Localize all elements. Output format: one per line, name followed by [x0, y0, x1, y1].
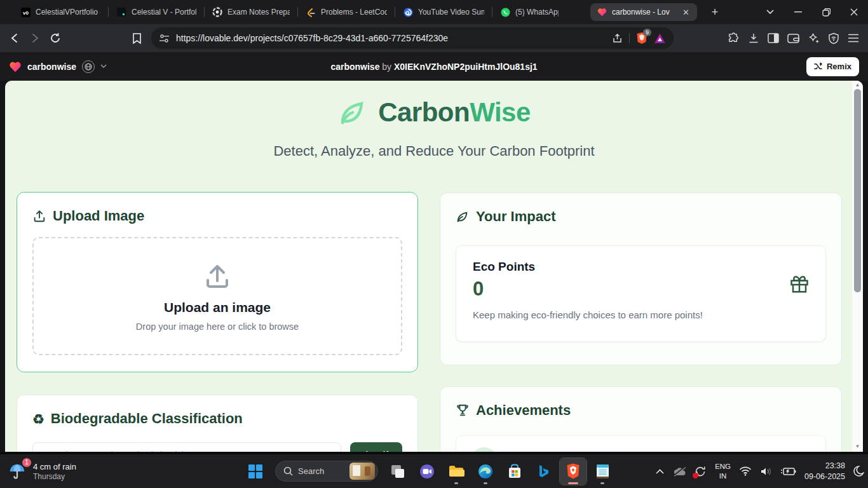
brave-browser-button[interactable] [560, 458, 587, 485]
wallet-icon[interactable] [787, 33, 799, 43]
language-line1: ENG [715, 462, 731, 471]
start-button[interactable] [242, 458, 269, 485]
hero-section: CarbonWise Detect, Analyze, and Reduce Y… [5, 81, 863, 159]
clock[interactable]: 23:38 09-06-2025 [804, 461, 845, 482]
weather-alert-badge: 1 [22, 458, 32, 468]
onedrive-icon[interactable] [672, 466, 686, 477]
project-title-name: carbonwise [330, 62, 379, 72]
tab-label: CelestialVPortfolio – [36, 8, 100, 17]
downloads-icon[interactable] [748, 32, 759, 44]
bing-button[interactable] [531, 458, 557, 485]
leo-ai-icon[interactable] [808, 32, 820, 44]
vpn-shield-icon[interactable] [828, 32, 839, 44]
hidden-icons-chevron[interactable] [656, 469, 664, 474]
project-name: carbonwise [27, 62, 76, 72]
app-logo: CarbonWise [337, 97, 531, 128]
tab-carbonwise-active[interactable]: carbonwise - Lov ✕ [590, 3, 697, 21]
gift-icon [790, 275, 809, 294]
eco-points-label: Eco Points [473, 260, 809, 274]
classification-card-title: Biodegradable Classification [51, 410, 243, 427]
maximize-button[interactable] [812, 0, 840, 24]
tab-label: Celestial V - Portfolio [132, 8, 196, 17]
taskbar-center: Search [242, 454, 616, 488]
lovable-heart-icon [9, 61, 22, 72]
edge-button[interactable] [472, 458, 499, 485]
notepad-button[interactable] [589, 458, 616, 485]
language-line2: IN [715, 471, 731, 481]
url-bar[interactable]: https://lovable.dev/projects/c07657fb-8c… [151, 27, 674, 49]
minimize-button[interactable] [784, 0, 812, 24]
chat-button[interactable] [414, 458, 440, 485]
reload-button[interactable] [47, 29, 64, 47]
achievements-card-header: Achievements [456, 402, 826, 419]
page-scrollbar[interactable]: ▲ ▼ [852, 81, 863, 452]
impact-card-header: Your Impact [456, 208, 826, 225]
tab-celestial-portfolio[interactable]: Celestial V - Portfolio [110, 3, 203, 21]
tab-celestialv-v0[interactable]: v0 CelestialVPortfolio – [14, 3, 107, 21]
upload-card-title: Upload Image [53, 208, 144, 224]
upload-card-header: Upload Image [32, 208, 402, 224]
battery-plug-icon[interactable] [781, 467, 796, 476]
sync-update-icon[interactable] [695, 466, 707, 477]
search-icon [283, 466, 293, 476]
brave-rewards-icon[interactable] [654, 33, 666, 44]
browser-toolbar-icons [728, 32, 862, 44]
lovable-project-bar: carbonwise by X0IEKnVZhoNP2puiHtmJlOu81s… [0, 52, 868, 81]
tab-separator [492, 7, 492, 17]
item-name-input[interactable] [32, 442, 341, 452]
image-dropzone[interactable]: Upload an image Drop your image here or … [32, 237, 402, 355]
scrollbar-down-arrow[interactable]: ▼ [852, 442, 863, 451]
achievements-card-title: Achievements [476, 402, 571, 419]
shield-badge: 9 [643, 29, 651, 36]
divider [629, 33, 630, 43]
url-text[interactable]: https://lovable.dev/projects/c07657fb-8c… [176, 33, 612, 43]
bookmark-icon[interactable] [128, 29, 145, 47]
taskbar-search[interactable]: Search [275, 461, 378, 482]
tab-search-chevron-icon[interactable] [756, 0, 784, 24]
brave-shield-icon[interactable]: 9 [636, 32, 648, 44]
share-icon[interactable] [612, 33, 623, 44]
tab-youtube-summary[interactable]: YouTube Video Summ [397, 3, 491, 21]
achievement-item: Carbon Conscious [456, 435, 826, 452]
tab-close-icon[interactable]: ✕ [681, 8, 691, 17]
remix-button[interactable]: Remix [806, 57, 859, 76]
tab-label: Exam Notes Preparat [227, 8, 290, 17]
weather-widget[interactable]: 1 4 cm of rain Thursday [8, 462, 76, 481]
volume-icon[interactable] [760, 466, 773, 477]
tab-whatsapp[interactable]: (5) WhatsApp [494, 3, 565, 21]
biodegradable-classification-card: ♻ Biodegradable Classification Classify [17, 395, 418, 452]
file-explorer-button[interactable] [443, 458, 470, 485]
tab-leetcode[interactable]: Problems - LeetCode [299, 3, 393, 21]
globe-icon[interactable] [82, 60, 95, 73]
task-view-button[interactable] [384, 458, 411, 485]
wifi-icon[interactable] [739, 466, 752, 476]
weather-line1: 4 cm of rain [33, 462, 76, 471]
running-indicator [454, 482, 458, 484]
umbrella-icon: 1 [8, 462, 27, 481]
project-switcher[interactable]: carbonwise [9, 60, 107, 73]
language-indicator[interactable]: ENG IN [715, 462, 731, 481]
sidebar-icon[interactable] [768, 33, 779, 43]
forward-button[interactable] [27, 29, 43, 47]
back-button[interactable] [6, 29, 23, 47]
carbonwise-page: CarbonWise Detect, Analyze, and Reduce Y… [5, 81, 863, 452]
your-impact-card: Your Impact Eco Points 0 Keep making eco… [440, 193, 842, 365]
classify-button[interactable]: Classify [350, 442, 402, 452]
microsoft-store-button[interactable] [501, 458, 528, 485]
dropzone-headline: Upload an image [164, 300, 271, 315]
chevron-down-icon[interactable] [100, 64, 107, 69]
scrollbar-thumb[interactable] [854, 89, 861, 292]
site-settings-icon[interactable] [159, 34, 170, 43]
menu-icon[interactable] [848, 34, 859, 43]
leaf-icon [456, 210, 470, 224]
tab-exam-notes[interactable]: Exam Notes Preparat [206, 3, 296, 21]
scrollbar-up-arrow[interactable]: ▲ [852, 81, 863, 89]
close-window-button[interactable] [840, 0, 868, 24]
dropzone-hint: Drop your image here or click to browse [136, 322, 299, 332]
upload-arrow-icon [202, 261, 233, 291]
lovable-heart-icon [597, 7, 607, 17]
night-light-icon[interactable] [853, 466, 864, 477]
extensions-icon[interactable] [728, 32, 740, 44]
new-tab-button[interactable]: + [706, 3, 724, 21]
eco-points-hint: Keep making eco-friendly choices to earn… [473, 309, 809, 320]
